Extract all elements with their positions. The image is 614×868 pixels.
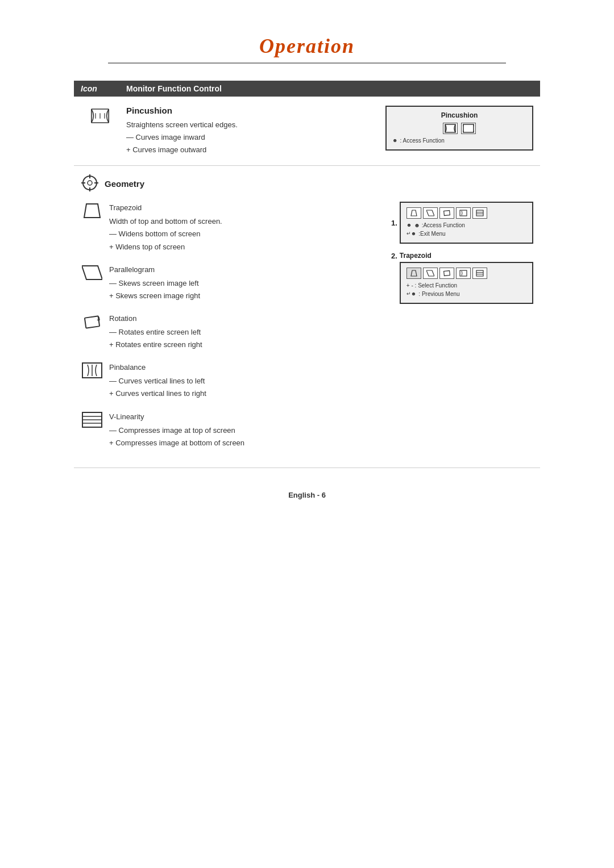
pincushion-legend-access: ☻ : Access Function xyxy=(392,136,526,145)
svg-marker-29 xyxy=(411,270,417,276)
step2-icon-trapezoid-selected xyxy=(406,268,421,279)
step2-label: 2. xyxy=(391,252,397,260)
rotation-desc-plus: + Rotates entire screen right xyxy=(109,339,385,351)
step2-icon-rotation xyxy=(439,268,454,279)
svg-marker-13 xyxy=(82,266,102,279)
pinbalance-icon xyxy=(81,361,103,378)
rotation-icon xyxy=(81,312,103,329)
svg-rect-14 xyxy=(85,316,99,328)
step1-icon-parallelogram xyxy=(423,207,438,219)
col-header-function: Monitor Function Control xyxy=(126,84,533,93)
svg-rect-24 xyxy=(443,211,450,216)
geometry-osd-step1-box: ☻ ☻ :Access Function ↵☻ :Exit Menu xyxy=(400,202,533,244)
svg-rect-32 xyxy=(460,270,467,276)
geo-rotation: Rotation — Rotates entire screen left + … xyxy=(81,312,385,351)
step1-label: 1. xyxy=(391,219,397,227)
step2-title: Trapezoid xyxy=(400,252,533,260)
trapezoid-icon xyxy=(81,202,103,219)
pincushion-desc: Straightens screen vertical edges. — Cur… xyxy=(126,119,363,156)
pincushion-osd-icon-right xyxy=(461,123,476,134)
geo-vlinearity: V-Linearity — Compresses image at top of… xyxy=(81,411,385,449)
step2-legend-select: + - : Select Function xyxy=(406,281,526,290)
pinbalance-desc-plus: + Curves vertical lines to right xyxy=(109,387,385,400)
pinbalance-content: Pinbalance — Curves vertical lines to le… xyxy=(109,361,385,400)
geometry-step2: 2. Trapezoid xyxy=(391,252,533,304)
step1-icon-trapezoid xyxy=(406,207,421,219)
page-title-section: Operation xyxy=(0,0,614,75)
trapezoid-desc-plus: + Widens top of screen xyxy=(109,241,385,253)
content-area: Icon Monitor Function Control Pincushion… xyxy=(74,75,540,468)
parallelogram-desc-minus: — Skews screen image left xyxy=(109,277,385,290)
svg-marker-12 xyxy=(84,204,100,218)
table-header: Icon Monitor Function Control xyxy=(74,81,540,97)
geo-trapezoid: Trapezoid Width of top and bottom of scr… xyxy=(81,202,385,253)
step1-legend-exit-text: :Exit Menu xyxy=(418,229,445,238)
geometry-label: Geometry xyxy=(105,179,144,189)
step1-icon-rotation xyxy=(439,207,454,219)
vlinearity-title: V-Linearity xyxy=(109,411,385,423)
pincushion-legend-access-text: : Access Function xyxy=(400,136,444,145)
pincushion-osd: Pincushion xyxy=(385,106,533,153)
pinbalance-desc-minus: — Curves vertical lines to left xyxy=(109,375,385,387)
step1-icon-pinbalance xyxy=(456,207,471,219)
svg-rect-33 xyxy=(476,270,483,276)
geometry-osd-step2-box: + - : Select Function ↵☻ : Previous Menu xyxy=(400,262,533,304)
vlinearity-desc-minus: — Compresses image at top of screen xyxy=(109,424,385,437)
step2-legend-prev: ↵☻ : Previous Menu xyxy=(406,290,526,298)
svg-marker-23 xyxy=(426,210,434,216)
geometry-icon xyxy=(81,174,99,194)
parallelogram-desc-plus: + Skews screen image right xyxy=(109,290,385,302)
parallelogram-content: Parallelogram — Skews screen image left … xyxy=(109,264,385,302)
trapezoid-desc-minus: — Widens bottom of screen xyxy=(109,228,385,240)
rotation-content: Rotation — Rotates entire screen left + … xyxy=(109,312,385,351)
col-header-icon: Icon xyxy=(81,84,126,93)
step1-legend: ☻ ☻ :Access Function ↵☻ :Exit Menu xyxy=(406,221,526,238)
svg-rect-26 xyxy=(476,210,483,216)
svg-rect-25 xyxy=(460,210,467,216)
pinbalance-title: Pinbalance xyxy=(109,361,385,374)
pincushion-content: Pincushion Straightens screen vertical e… xyxy=(126,106,533,156)
pincushion-osd-icon-left xyxy=(443,123,458,134)
step1-legend-access-text: ☻ :Access Function xyxy=(414,221,464,229)
step2-legend-prev-text: : Previous Menu xyxy=(418,290,459,298)
step2-icons-row xyxy=(406,268,526,279)
parallelogram-icon xyxy=(81,264,103,281)
rotation-desc-minus: — Rotates entire screen left xyxy=(109,326,385,339)
pincushion-label: Pincushion xyxy=(126,106,363,115)
page-footer: English - 6 xyxy=(0,468,614,511)
svg-point-7 xyxy=(88,181,92,185)
parallelogram-title: Parallelogram xyxy=(109,264,385,276)
step2-icon-pinbalance xyxy=(456,268,471,279)
pincushion-osd-legend: ☻ : Access Function xyxy=(392,136,526,145)
trapezoid-desc-main: Width of top and bottom of screen. xyxy=(109,215,385,228)
trapezoid-title: Trapezoid xyxy=(109,202,385,214)
geo-pinbalance: Pinbalance — Curves vertical lines to le… xyxy=(81,361,385,400)
step2-legend-select-text: + - : Select Function xyxy=(406,281,457,290)
page-title: Operation xyxy=(0,34,614,58)
vlinearity-icon xyxy=(81,411,103,428)
title-divider xyxy=(108,62,506,64)
pincushion-row: Pincushion Straightens screen vertical e… xyxy=(74,97,540,166)
step1-legend-exit: ↵☻ :Exit Menu xyxy=(406,229,526,238)
geometry-sub-items: Trapezoid Width of top and bottom of scr… xyxy=(81,202,385,460)
geometry-osd-area: 1. xyxy=(385,202,533,460)
geometry-section: Geometry Trapezoid Width of top and bott… xyxy=(74,166,540,468)
step2-icon-parallelogram xyxy=(423,268,438,279)
vlinearity-desc-plus: + Compresses image at bottom of screen xyxy=(109,437,385,449)
geometry-step1: 1. xyxy=(391,202,533,244)
step1-legend-access: ☻ ☻ :Access Function xyxy=(406,221,526,229)
svg-rect-5 xyxy=(463,124,474,132)
geo-parallelogram: Parallelogram — Skews screen image left … xyxy=(81,264,385,302)
geometry-items: Trapezoid Width of top and bottom of scr… xyxy=(81,202,533,460)
svg-marker-30 xyxy=(426,270,434,276)
footer-text: English - 6 xyxy=(288,491,326,499)
svg-marker-22 xyxy=(411,210,417,216)
pincushion-osd-box: Pincushion xyxy=(385,106,533,151)
step2-icon-vlinearity xyxy=(472,268,487,279)
trapezoid-content: Trapezoid Width of top and bottom of scr… xyxy=(109,202,385,253)
vlinearity-content: V-Linearity — Compresses image at top of… xyxy=(109,411,385,449)
pincushion-osd-title: Pincushion xyxy=(392,111,526,119)
step2-legend: + - : Select Function ↵☻ : Previous Menu xyxy=(406,281,526,298)
svg-rect-31 xyxy=(443,271,450,276)
geometry-header: Geometry xyxy=(81,174,533,194)
